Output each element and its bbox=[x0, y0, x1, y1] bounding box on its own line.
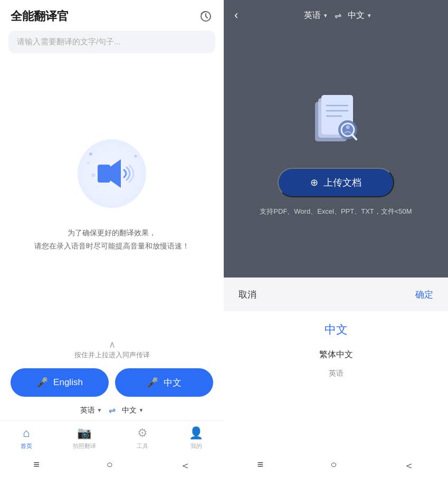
lang-to-arrow: ▼ bbox=[139, 407, 144, 413]
overlay-lang-from[interactable]: 英语 ▼ bbox=[304, 10, 328, 21]
swap-icon[interactable]: ⇌ bbox=[109, 405, 116, 415]
cancel-btn[interactable]: 取消 bbox=[239, 289, 256, 301]
file-types-text: 支持PDF、Word、Excel、PPT、TXT，文件<50M bbox=[260, 206, 412, 217]
menu-btn-left[interactable]: ≡ bbox=[33, 458, 40, 473]
svg-point-5 bbox=[92, 173, 96, 177]
doc-graphic bbox=[307, 94, 365, 152]
voice-tip: 为了确保更好的翻译效果， 请您在录入语音时尽可能提高音量和放慢语速！ bbox=[34, 226, 189, 253]
back-btn-right[interactable]: ＜ bbox=[404, 458, 414, 473]
lang-list-item-english[interactable]: 英语 bbox=[224, 365, 448, 383]
back-arrow-icon[interactable]: ‹ bbox=[234, 8, 238, 22]
upload-btn-label: 上传文档 bbox=[323, 176, 361, 189]
upload-icon: ⊕ bbox=[310, 177, 318, 188]
me-label: 我的 bbox=[190, 442, 202, 450]
home-btn-right[interactable]: ○ bbox=[330, 458, 337, 473]
system-bar-left: ≡ ○ ＜ bbox=[0, 454, 224, 478]
menu-btn-right[interactable]: ≡ bbox=[258, 458, 264, 473]
chevron-up-icon: ∧ bbox=[104, 340, 120, 348]
upload-doc-btn[interactable]: ⊕ 上传文档 bbox=[278, 168, 394, 197]
person-icon: 👤 bbox=[189, 426, 203, 440]
mic-icon-chinese: 🎤 bbox=[147, 377, 158, 388]
lang-from-selector[interactable]: 英语 ▼ bbox=[80, 406, 102, 415]
svg-point-2 bbox=[87, 162, 89, 164]
app-title: 全能翻译官 bbox=[11, 8, 69, 24]
camera-icon: 📷 bbox=[77, 426, 91, 440]
overlay-bottom-bar: 取消 确定 bbox=[224, 278, 448, 311]
nav-me[interactable]: 👤 我的 bbox=[189, 426, 203, 450]
confirm-btn[interactable]: 确定 bbox=[415, 289, 433, 301]
nav-home[interactable]: ⌂ 首页 bbox=[21, 426, 32, 450]
speaker-graphic bbox=[70, 137, 154, 211]
back-btn-left[interactable]: ＜ bbox=[180, 458, 190, 473]
english-voice-btn[interactable]: 🎤 English bbox=[11, 368, 109, 397]
lang-list-item-traditional[interactable]: 繁体中文 bbox=[224, 345, 448, 365]
home-icon: ⌂ bbox=[23, 426, 30, 440]
home-btn-left[interactable]: ○ bbox=[107, 458, 113, 473]
nav-tools[interactable]: ⚙ 工具 bbox=[137, 426, 148, 450]
overlay-header: ‹ 英语 ▼ ⇌ 中文 ▼ bbox=[224, 0, 448, 31]
system-bar-right: ≡ ○ ＜ bbox=[224, 454, 448, 478]
chinese-voice-btn[interactable]: 🎤 中文 bbox=[115, 368, 213, 397]
doc-upload-overlay: ‹ 英语 ▼ ⇌ 中文 ▼ bbox=[224, 0, 448, 311]
bottom-nav: ⌂ 首页 📷 拍照翻译 ⚙ 工具 👤 我的 bbox=[0, 420, 224, 454]
nav-photo[interactable]: 📷 拍照翻译 bbox=[73, 426, 96, 450]
left-panel: 全能翻译官 请输入需要翻译的文字/句子... bbox=[0, 0, 224, 478]
lang-selected[interactable]: 中文 bbox=[325, 322, 348, 338]
overlay-lang-to-label: 中文 bbox=[348, 10, 365, 21]
voice-area: 为了确保更好的翻译效果， 请您在录入语音时尽可能提高音量和放慢语速！ bbox=[0, 60, 224, 340]
chinese-btn-label: 中文 bbox=[164, 377, 182, 389]
lang-to-selector[interactable]: 中文 ▼ bbox=[122, 406, 144, 415]
lang-selector-row: 英语 ▼ ⇌ 中文 ▼ bbox=[0, 405, 224, 415]
lang-from-label: 英语 bbox=[80, 406, 95, 415]
overlay-lang-from-arrow: ▼ bbox=[323, 13, 328, 18]
search-input[interactable]: 请输入需要翻译的文字/句子... bbox=[8, 31, 215, 53]
lang-to-label: 中文 bbox=[122, 406, 137, 415]
home-label: 首页 bbox=[21, 442, 32, 450]
overlay-lang-from-label: 英语 bbox=[304, 10, 321, 21]
mic-icon-english: 🎤 bbox=[36, 377, 48, 388]
overlay-swap-icon[interactable]: ⇌ bbox=[335, 11, 341, 21]
history-icon[interactable] bbox=[198, 9, 213, 24]
svg-point-1 bbox=[89, 152, 92, 156]
overlay-lang-to-arrow: ▼ bbox=[367, 13, 372, 18]
tools-icon: ⚙ bbox=[137, 426, 148, 440]
voice-buttons: 🎤 English 🎤 中文 bbox=[0, 368, 224, 397]
right-panel: ‹ 英语 ▼ ⇌ 中文 ▼ bbox=[224, 0, 448, 478]
left-header: 全能翻译官 bbox=[0, 0, 224, 31]
lang-list-area: 中文 繁体中文 英语 bbox=[224, 311, 448, 478]
svg-point-3 bbox=[135, 155, 137, 157]
overlay-lang-to[interactable]: 中文 ▼ bbox=[348, 10, 372, 21]
photo-label: 拍照翻译 bbox=[73, 442, 96, 450]
press-hint: ∧ 按住并上拉进入同声传译 bbox=[0, 340, 224, 360]
svg-point-6 bbox=[97, 186, 99, 188]
overlay-lang-row: 英语 ▼ ⇌ 中文 ▼ bbox=[238, 10, 437, 21]
press-hint-text: 按住并上拉进入同声传译 bbox=[74, 350, 150, 360]
tools-label: 工具 bbox=[137, 442, 148, 450]
lang-from-arrow: ▼ bbox=[97, 407, 102, 413]
svg-point-16 bbox=[346, 125, 349, 129]
english-btn-label: English bbox=[53, 377, 83, 388]
svg-rect-4 bbox=[98, 165, 110, 183]
